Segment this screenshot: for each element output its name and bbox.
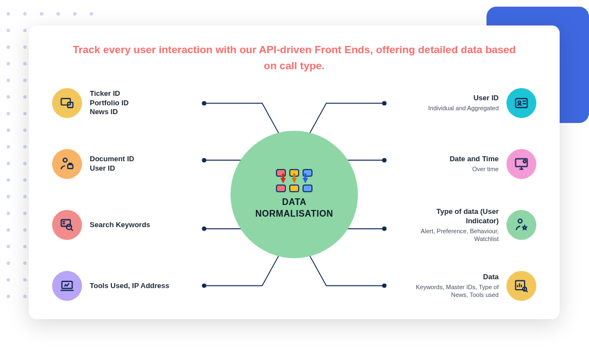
svg-point-1	[202, 158, 206, 162]
svg-point-17	[66, 224, 71, 229]
id-card-icon	[506, 88, 536, 118]
svg-point-20	[518, 101, 521, 104]
left-column: Ticker ID Portfolio ID News IDDocument I…	[52, 84, 180, 305]
diagram-area: DATA NORMALISATION Ticker ID Portfolio I…	[52, 84, 536, 305]
laptop-chart-icon	[52, 271, 82, 301]
left-item-3: Tools Used, IP Address	[52, 266, 180, 305]
item-title: Search Keywords	[90, 221, 150, 230]
center-label: DATA NORMALISATION	[255, 197, 333, 220]
center-label-line2: NORMALISATION	[255, 208, 333, 220]
svg-point-6	[382, 101, 387, 105]
svg-point-9	[382, 227, 387, 231]
right-column: User IDIndividual and AggregatedDate and…	[409, 84, 536, 305]
item-title: Tools Used, IP Address	[90, 281, 170, 291]
item-title: Ticker ID Portfolio ID News ID	[90, 89, 129, 117]
card-title: Track every user interaction with our AP…	[67, 42, 521, 74]
svg-point-5	[202, 284, 206, 288]
svg-rect-15	[68, 165, 73, 168]
person-briefcase-icon	[52, 149, 82, 179]
center-node: DATA NORMALISATION	[231, 131, 358, 258]
left-item-0: Ticker ID Portfolio ID News ID	[52, 84, 180, 122]
right-item-3: DataKeywords, Master IDs, Type of News, …	[409, 266, 536, 305]
svg-rect-12	[62, 99, 70, 105]
svg-rect-19	[516, 99, 527, 107]
svg-point-14	[63, 158, 67, 162]
svg-point-0	[202, 101, 206, 105]
svg-point-3	[202, 227, 206, 231]
svg-point-22	[524, 160, 526, 163]
svg-point-7	[382, 158, 387, 162]
item-subtitle: Over time	[449, 165, 499, 173]
person-star-icon	[506, 210, 536, 240]
item-title: Data	[409, 273, 499, 282]
analytics-icon	[506, 271, 536, 301]
svg-point-11	[382, 284, 387, 288]
database-flow-icon	[276, 169, 313, 192]
diagram-card: Track every user interaction with our AP…	[29, 25, 560, 319]
svg-point-23	[518, 219, 522, 223]
item-title: Type of data (User Indicator)	[409, 207, 499, 226]
right-item-1: Date and TimeOver time	[409, 145, 536, 183]
right-item-0: User IDIndividual and Aggregated	[409, 84, 536, 122]
right-item-2: Type of data (User Indicator)Alert, Pref…	[409, 206, 536, 244]
center-label-line1: DATA	[255, 197, 333, 208]
item-title: User ID	[428, 94, 499, 103]
item-subtitle: Individual and Aggregated	[428, 104, 499, 112]
item-subtitle: Alert, Preference, Behaviour, Watchlist	[409, 227, 499, 243]
search-doc-icon	[52, 210, 82, 240]
left-item-1: Document ID User ID	[52, 145, 180, 183]
left-item-2: Search Keywords	[52, 206, 180, 244]
monitor-gear-icon	[506, 149, 536, 179]
item-subtitle: Keywords, Master IDs, Type of News, Tool…	[409, 283, 499, 299]
svg-rect-16	[62, 220, 70, 227]
item-title: Date and Time	[449, 155, 499, 164]
item-title: Document ID User ID	[90, 155, 134, 173]
devices-icon	[52, 88, 82, 118]
